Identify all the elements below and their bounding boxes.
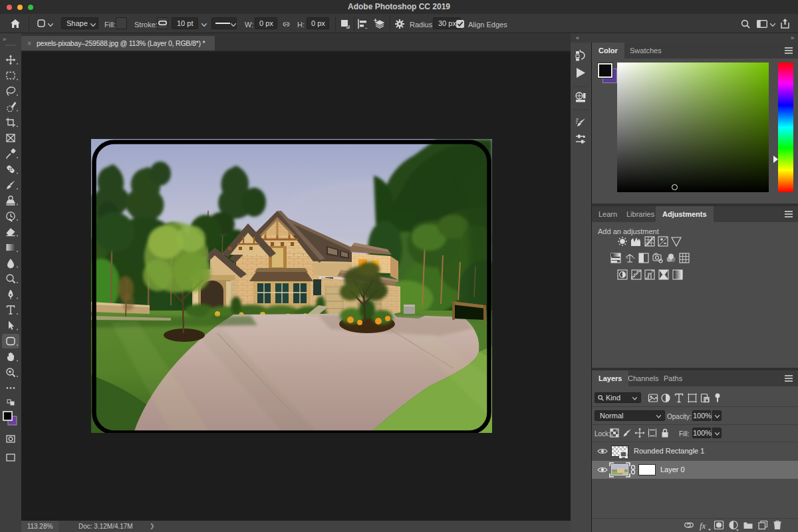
svg-text:fx: fx [700,521,706,531]
